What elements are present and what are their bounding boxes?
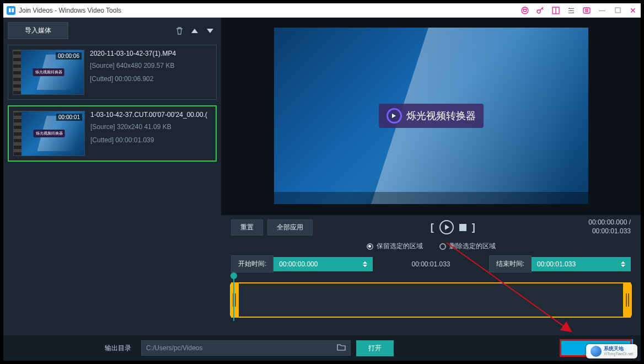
menu-icon[interactable] (579, 3, 594, 18)
clip-source: [Source] 640x480 209.57 KB (90, 62, 212, 69)
media-panel: 导入媒体 烁光视频转换器 00:00:06 2020-11-03-10-42-3… (3, 18, 221, 335)
svg-rect-6 (568, 8, 574, 9)
range-duration: 00:00:01.033 (373, 260, 489, 268)
delete-icon[interactable] (173, 25, 186, 37)
browse-folder-icon[interactable] (337, 344, 346, 352)
watermark-logo: 系统天地 XiTongTianDi.net (586, 344, 637, 358)
output-path-input[interactable]: C:/Users/pc/Videos (141, 340, 351, 356)
timeline[interactable] (231, 279, 631, 318)
clip-filename: 1-03-10-42-37.CUT.00'07-00'24_00.00.( (90, 111, 211, 119)
end-time-label: 结束时间: (489, 255, 532, 272)
clip-duration: 00:00:01 (56, 114, 82, 121)
start-time-label: 开始时间: (231, 255, 273, 272)
radio-keep-region[interactable]: 保留选定的区域 (367, 242, 423, 251)
play-button[interactable] (439, 220, 454, 234)
clip-duration: 00:00:06 (56, 52, 82, 60)
clip-item[interactable]: 烁光视频转换器 00:00:06 2020-11-03-10-42-37(1).… (8, 45, 217, 100)
playhead-marker[interactable] (233, 276, 234, 321)
region-handle-right[interactable] (623, 282, 632, 318)
svg-marker-14 (191, 29, 198, 33)
preview-overlay: 烁光视频转换器 (379, 104, 484, 128)
start-time-input[interactable]: 00:00:00.000 (273, 257, 373, 271)
clip-source: [Source] 320x240 41.09 KB (90, 123, 211, 131)
mark-out-button[interactable]: ] (472, 222, 475, 233)
import-media-button[interactable]: 导入媒体 (8, 22, 68, 39)
svg-rect-8 (568, 13, 574, 13)
svg-rect-0 (8, 8, 10, 12)
cart-icon[interactable] (517, 3, 533, 18)
video-preview[interactable]: 烁光视频转换器 (274, 28, 588, 204)
time-display: 00:00:00.000 / 00:00:01.033 (588, 218, 631, 235)
layout-icon[interactable] (548, 3, 564, 18)
mark-in-button[interactable]: [ (431, 222, 434, 233)
svg-marker-15 (207, 29, 213, 33)
apply-all-button[interactable]: 全部应用 (267, 220, 313, 235)
move-up-icon[interactable] (188, 25, 201, 37)
preview-area: 烁光视频转换器 (221, 18, 641, 215)
clip-thumbnail: 烁光视频转换器 00:00:06 (13, 50, 84, 95)
svg-point-2 (522, 7, 528, 14)
app-title: Join Videos - Windows Video Tools (19, 7, 121, 14)
clip-cutted: [Cutted] 00:00:01.039 (90, 136, 211, 144)
end-time-input[interactable]: 00:00:01.033 (532, 257, 631, 271)
close-button[interactable]: ✕ (625, 3, 641, 18)
svg-rect-13 (615, 8, 620, 13)
selected-region[interactable] (231, 282, 631, 318)
svg-rect-1 (12, 8, 14, 12)
clip-filename: 2020-11-03-10-42-37(1).MP4 (90, 50, 212, 57)
open-folder-button[interactable]: 打开 (356, 340, 394, 356)
key-icon[interactable] (533, 3, 548, 18)
radio-delete-region[interactable]: 删除选定的区域 (439, 242, 496, 251)
clip-item[interactable]: 烁光视频转换器 00:00:01 1-03-10-42-37.CUT.00'07… (8, 105, 217, 162)
reset-button[interactable]: 重置 (231, 220, 263, 235)
stop-button[interactable] (459, 224, 466, 231)
region-handle-left[interactable] (230, 282, 239, 318)
clip-cutted: [Cutted] 00:00:06.902 (90, 75, 212, 83)
output-dir-label: 输出目录 (105, 344, 131, 353)
svg-rect-7 (568, 10, 574, 11)
bottom-bar: 输出目录 C:/Users/pc/Videos 打开 合 (3, 335, 641, 361)
move-down-icon[interactable] (203, 25, 217, 37)
clip-thumbnail: 烁光视频转换器 00:00:01 (13, 111, 85, 156)
settings-icon[interactable] (564, 3, 579, 18)
titlebar: Join Videos - Windows Video Tools — ✕ (3, 3, 641, 18)
minimize-button[interactable]: — (594, 3, 610, 18)
maximize-button[interactable] (610, 3, 625, 18)
app-icon (7, 6, 15, 15)
